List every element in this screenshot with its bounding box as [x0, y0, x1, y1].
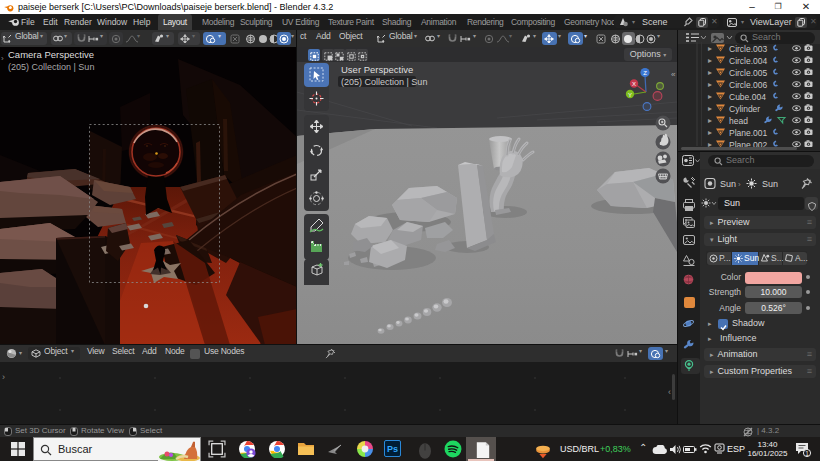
svg-text:Cylinder: Cylinder [729, 104, 760, 114]
svg-text:«: « [671, 70, 676, 79]
svg-text:Camera Perspective: Camera Perspective [8, 49, 94, 60]
svg-text:User Perspective: User Perspective [341, 64, 413, 75]
svg-text:Sun: Sun [762, 179, 778, 189]
svg-text:(205) Collection | Sun: (205) Collection | Sun [8, 62, 94, 72]
svg-text:Circle.003: Circle.003 [729, 44, 768, 54]
svg-text:▸: ▸ [708, 92, 712, 101]
svg-text:›: › [738, 180, 741, 189]
svg-text:X: X [632, 81, 636, 87]
svg-text:(205) Collection | Sun: (205) Collection | Sun [341, 77, 427, 87]
svg-text:›: › [1, 54, 4, 63]
svg-text:head: head [729, 116, 748, 126]
svg-text:Cube.004: Cube.004 [729, 92, 766, 102]
svg-text:▸: ▸ [708, 116, 712, 125]
svg-text:▸: ▸ [708, 44, 712, 53]
svg-text:›: › [2, 372, 5, 382]
svg-text:1: 1 [805, 450, 809, 457]
svg-text:Y: Y [628, 92, 632, 98]
svg-text:Circle.004: Circle.004 [729, 56, 768, 66]
svg-text:Sun: Sun [720, 179, 736, 189]
svg-text:Circle.006: Circle.006 [729, 80, 768, 90]
svg-text:▸: ▸ [708, 104, 712, 113]
svg-text:▸: ▸ [708, 80, 712, 89]
svg-text:▸: ▸ [708, 128, 712, 137]
svg-text:Z: Z [643, 70, 647, 76]
svg-text:Circle.005: Circle.005 [729, 68, 768, 78]
svg-text:Plane.001: Plane.001 [729, 128, 768, 138]
svg-text:▸: ▸ [708, 68, 712, 77]
svg-text:‹: ‹ [668, 387, 671, 397]
svg-text:▸: ▸ [708, 56, 712, 65]
